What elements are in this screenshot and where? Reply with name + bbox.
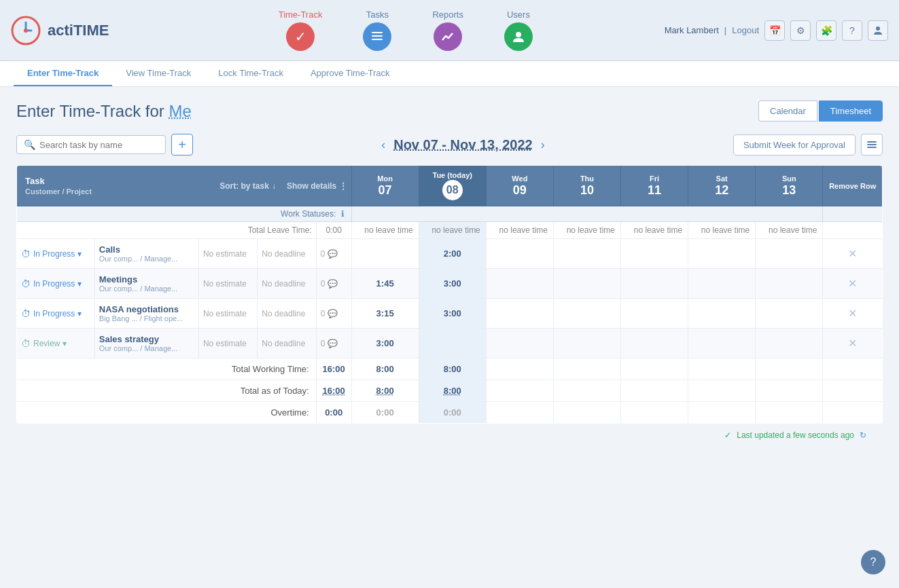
calendar-icon-btn[interactable]: 📅 [764,20,785,41]
day-header-sat: Sat 12 [688,166,756,206]
total-working-remove-cell [823,359,883,380]
time-tue-meetings[interactable]: 3:00 [419,269,486,299]
time-wed-meetings[interactable] [486,269,553,299]
day-header-thu: Thu 10 [553,166,620,206]
time-fri-meetings[interactable] [621,269,688,299]
main-nav: Time-Track ✓ Tasks Reports Users [147,4,665,56]
nav-reports[interactable]: Reports [412,4,484,56]
remove-nasa[interactable]: ✕ [823,299,883,329]
remove-icon[interactable]: ✕ [848,278,857,289]
remove-icon[interactable]: ✕ [848,308,857,319]
day-num-sat: 12 [715,183,728,198]
show-details-control[interactable]: Show details ⋮ [287,181,347,191]
estimate-nasa: No estimate [198,299,257,329]
time-sat-nasa[interactable] [688,299,756,329]
comments-calls[interactable]: 0 💬 [316,239,351,269]
sub-nav-lock[interactable]: Lock Time-Track [205,61,297,86]
refresh-icon[interactable]: ↻ [860,430,866,440]
time-mon-calls[interactable] [351,239,419,269]
status-badge-meetings[interactable]: ⏱ In Progress ▾ [21,278,82,289]
time-sat-meetings[interactable] [688,269,756,299]
submit-week-btn[interactable]: Submit Week for Approval [733,134,856,155]
sort-control[interactable]: Sort: by task ↓ [219,181,276,191]
nav-tasks-label: Tasks [366,10,389,20]
remove-icon[interactable]: ✕ [848,248,857,259]
time-wed-calls[interactable] [486,239,553,269]
svg-point-5 [516,32,521,37]
svg-point-6 [876,26,880,31]
help-icon-btn[interactable]: ? [842,20,862,41]
time-sun-sales[interactable] [756,329,823,359]
time-sat-sales[interactable] [688,329,756,359]
comments-nasa[interactable]: 0 💬 [316,299,351,329]
work-statuses-label: Work Statuses: ℹ [17,206,352,222]
time-sat-calls[interactable] [688,239,756,269]
timesheet-view-btn[interactable]: Timesheet [819,100,883,122]
status-cell-sales[interactable]: ⏱ Review ▾ [17,329,95,359]
time-sun-nasa[interactable] [756,299,823,329]
help-bubble-btn[interactable]: ? [861,550,885,574]
time-mon-nasa[interactable]: 3:15 [351,299,419,329]
sub-nav-approve[interactable]: Approve Time-Track [297,61,404,86]
time-thu-nasa[interactable] [553,299,620,329]
search-input[interactable] [39,140,158,150]
comments-meetings[interactable]: 0 💬 [316,269,351,299]
time-fri-sales[interactable] [621,329,688,359]
time-thu-calls[interactable] [553,239,620,269]
time-fri-calls[interactable] [621,239,688,269]
sub-nav-enter[interactable]: Enter Time-Track [14,61,112,86]
nav-users[interactable]: Users [484,4,553,56]
time-tue-nasa[interactable]: 3:00 [419,299,486,329]
next-week-btn[interactable]: › [541,138,545,152]
nav-reports-icon [434,22,462,51]
nav-timetrack[interactable]: Time-Track ✓ [258,4,343,56]
status-cell-calls[interactable]: ⏱ In Progress ▾ [17,239,95,269]
time-sun-calls[interactable] [756,239,823,269]
remove-icon[interactable]: ✕ [848,337,857,349]
clock-icon: ⏱ [21,308,31,319]
comments-sales[interactable]: 0 💬 [316,329,351,359]
time-fri-nasa[interactable] [621,299,688,329]
status-cell-meetings[interactable]: ⏱ In Progress ▾ [17,269,95,299]
plugins-icon-btn[interactable]: 🧩 [816,20,836,41]
day-num-fri: 11 [648,183,661,198]
status-cell-nasa[interactable]: ⏱ In Progress ▾ [17,299,95,329]
calendar-view-btn[interactable]: Calendar [758,100,817,122]
task-name-meetings: Meetings Our comp... / Manage... [94,269,198,299]
overtime-sun [756,402,823,424]
status-badge-nasa[interactable]: ⏱ In Progress ▾ [21,308,82,319]
status-badge-calls[interactable]: ⏱ In Progress ▾ [21,249,82,259]
time-mon-meetings[interactable]: 1:45 [351,269,419,299]
settings-icon-btn[interactable]: ⚙ [790,20,811,41]
status-badge-sales[interactable]: ⏱ Review ▾ [21,338,67,349]
page-header: Enter Time-Track for Me Calendar Timeshe… [16,100,883,122]
total-today-thu [553,380,620,402]
header-right: Mark Lambert | Logout 📅 ⚙ 🧩 ? [665,20,888,41]
table-menu-btn[interactable] [861,134,883,155]
sub-nav-view[interactable]: View Time-Track [112,61,205,86]
time-wed-sales[interactable] [486,329,553,359]
logo-icon [11,16,41,45]
time-thu-sales[interactable] [553,329,620,359]
add-task-button[interactable]: + [171,134,193,155]
day-num-sun: 13 [782,183,796,198]
user-me-link[interactable]: Me [169,102,192,120]
day-name-wed: Wed [512,174,527,183]
day-name-sat: Sat [716,174,728,183]
user-profile-btn[interactable] [868,20,888,41]
time-thu-meetings[interactable] [553,269,620,299]
deadline-nasa: No deadline [258,299,316,329]
logout-link[interactable]: Logout [732,25,759,35]
time-mon-sales[interactable]: 3:00 [351,329,419,359]
remove-sales[interactable]: ✕ [823,329,883,359]
prev-week-btn[interactable]: ‹ [381,138,385,152]
nav-tasks[interactable]: Tasks [342,4,412,56]
remove-meetings[interactable]: ✕ [823,269,883,299]
remove-calls[interactable]: ✕ [823,239,883,269]
time-tue-sales[interactable] [419,329,486,359]
overtime-row: Overtime: 0:00 0:00 0:00 [17,402,883,424]
search-box[interactable]: 🔍 [16,135,166,154]
time-tue-calls[interactable]: 2:00 [419,239,486,269]
time-wed-nasa[interactable] [486,299,553,329]
time-sun-meetings[interactable] [756,269,823,299]
